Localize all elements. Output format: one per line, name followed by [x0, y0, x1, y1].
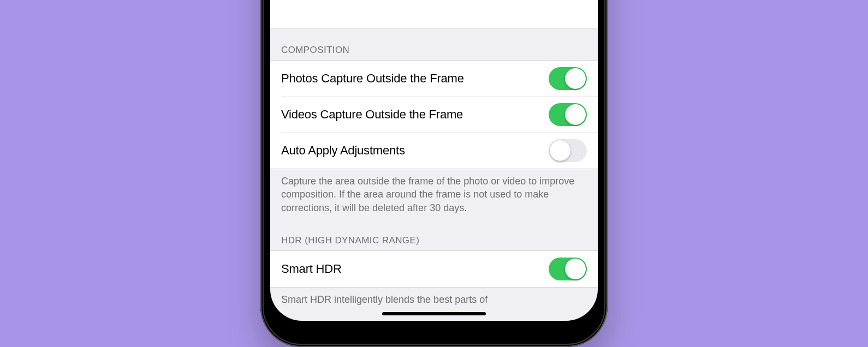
- toggle-knob: [565, 259, 586, 279]
- toggle-photos-capture-outside-frame[interactable]: [549, 67, 587, 90]
- toggle-knob: [565, 68, 586, 89]
- toggle-knob: [550, 140, 570, 161]
- toggle-knob: [565, 104, 586, 125]
- phone-screen: COMPOSITION Photos Capture Outside the F…: [270, 0, 598, 321]
- home-indicator[interactable]: [382, 312, 486, 315]
- previous-section-tail: [270, 0, 598, 28]
- row-videos-capture-outside-frame[interactable]: Videos Capture Outside the Frame: [270, 97, 598, 133]
- section-footer-composition: Capture the area outside the frame of th…: [270, 169, 598, 219]
- row-label: Photos Capture Outside the Frame: [281, 71, 464, 86]
- settings-list: COMPOSITION Photos Capture Outside the F…: [270, 0, 598, 310]
- toggle-videos-capture-outside-frame[interactable]: [549, 103, 587, 126]
- composition-list: Photos Capture Outside the Frame Videos …: [270, 60, 598, 169]
- section-footer-hdr: Smart HDR intelligently blends the best …: [270, 288, 598, 310]
- toggle-smart-hdr[interactable]: [549, 258, 587, 280]
- row-label: Auto Apply Adjustments: [281, 143, 405, 158]
- row-label: Smart HDR: [281, 262, 342, 276]
- toggle-auto-apply-adjustments[interactable]: [549, 139, 587, 162]
- row-auto-apply-adjustments[interactable]: Auto Apply Adjustments: [270, 133, 598, 169]
- hdr-list: Smart HDR: [270, 250, 598, 288]
- row-smart-hdr[interactable]: Smart HDR: [270, 251, 598, 287]
- row-photos-capture-outside-frame[interactable]: Photos Capture Outside the Frame: [270, 61, 598, 97]
- section-header-composition: COMPOSITION: [270, 28, 598, 60]
- phone-frame: COMPOSITION Photos Capture Outside the F…: [260, 0, 608, 347]
- row-label: Videos Capture Outside the Frame: [281, 107, 463, 122]
- section-header-hdr: HDR (HIGH DYNAMIC RANGE): [270, 219, 598, 250]
